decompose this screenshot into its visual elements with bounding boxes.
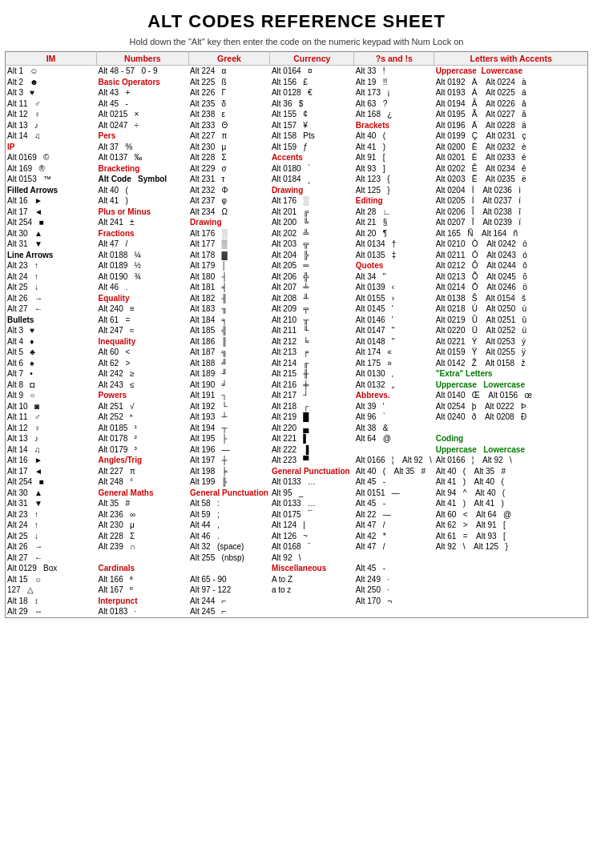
brk-alt40: Alt 40 ( <box>97 185 189 196</box>
basic-alt0215: Alt 0215 × <box>97 109 189 120</box>
acc-0213-0245: Alt 0213 Õ Alt 0245 õ <box>434 271 588 283</box>
qs-173: Alt 173 ¡ <box>354 87 434 98</box>
ang-alt248: Alt 248 ° <box>97 476 189 488</box>
la-alt27: Alt 27 ← <box>6 303 97 315</box>
fa-alt17: Alt 17 ◄ <box>6 207 97 218</box>
card-alt167: Alt 167 º <box>97 585 189 596</box>
brk-91: Alt 91 [ <box>354 152 434 163</box>
gp-alt44: Alt 44 , <box>188 520 270 531</box>
acc-0203-0235: Alt 0203 Ë Alt 0235 ë <box>434 174 588 185</box>
acc-0212-0244: Alt 0212 Ô Alt 0244 ô <box>434 260 588 271</box>
brk-125: Alt 125 } <box>354 185 434 196</box>
misc-alt249: Alt 249 · <box>354 574 434 585</box>
coding-alt0166-alt92: Alt 0166 ¦ Alt 92 \ <box>434 455 588 466</box>
cardinals-hdr: Cardinals <box>97 563 189 574</box>
draw2-alt195: Alt 195 ├ <box>188 433 270 444</box>
bul-alt12: Alt 12 ♀ <box>6 423 97 434</box>
misc-alt45-2: Alt 45 - <box>354 563 434 574</box>
edit-alt28: Alt 28 ∟ <box>354 207 434 218</box>
alt29: Alt 29 ↔ <box>6 606 97 617</box>
gp-alt97-122: Alt 97 - 122 <box>188 585 270 596</box>
edit-alt20: Alt 20 ¶ <box>354 228 434 239</box>
draw-alt176: Alt 176 ░ <box>270 195 354 207</box>
pers-hdr: Pers <box>97 131 189 142</box>
draw2-alt191: Alt 191 ┐ <box>188 390 270 401</box>
altcode-sym-hdr: Alt Code Symbol <box>97 174 189 185</box>
alt15: Alt 15 ☼ <box>6 574 97 585</box>
brk-alt41: Alt 41 ) <box>97 195 189 207</box>
qs-168: Alt 168 ¿ <box>354 109 434 120</box>
col5-header: ?s and !s <box>354 52 434 66</box>
acc-0200-0232: Alt 0200 È Alt 0232 è <box>434 142 588 153</box>
acc-0195-0227: Alt 0195 Ã Alt 0227 ã <box>434 109 588 120</box>
im-alt13: Alt 13 ♪ <box>6 120 97 131</box>
gm-alt230: Alt 230 μ <box>97 520 189 531</box>
edit-alt21: Alt 21 § <box>354 217 434 228</box>
ineq-alt60: Alt 60 < <box>97 347 189 358</box>
la2-alt26: Alt 26 → <box>6 541 97 553</box>
coding-alt62-alt91: Alt 62 > Alt 91 [ <box>434 520 588 531</box>
genmaths-hdr: General Maths <box>97 488 189 499</box>
cur-157: Alt 157 ¥ <box>270 120 354 131</box>
bul-alt11: Alt 11 ♂ <box>6 412 97 423</box>
bul-alt8: Alt 8 ◘ <box>6 380 97 391</box>
quotes-hdr: Quotes <box>354 260 434 271</box>
brk-123: Alt 123 { <box>354 174 434 185</box>
drawing-sec-hdr: Drawing <box>188 217 270 228</box>
acc-0207-0239: Alt 0207 Ï Alt 0239 ï <box>434 217 588 228</box>
misc-atoz: a to z <box>270 585 354 596</box>
cod-alt45-2: Alt 45 - <box>354 498 434 509</box>
acc-0211-0243: Alt 0211 Ó Alt 0243 ó <box>434 250 588 261</box>
acc-0210-0242: Alt 0210 Ò Alt 0242 ò <box>434 239 588 250</box>
drawing-hdr: Drawing <box>270 185 354 196</box>
draw2-alt180: Alt 180 ┤ <box>188 271 270 283</box>
gm-blank <box>97 553 189 564</box>
gp-alt65-90: Alt 65 - 90 <box>188 574 270 585</box>
draw-alt209: Alt 209 ╤ <box>270 303 354 315</box>
cod-alt47: Alt 47 / <box>354 520 434 531</box>
brk-93: Alt 93 ] <box>354 163 434 175</box>
la-alt25: Alt 25 ↓ <box>6 282 97 293</box>
greek-231: Alt 231 τ <box>188 174 270 185</box>
abbr-alt64: Alt 64 @ <box>354 433 434 444</box>
abbr-coding2 <box>354 444 434 456</box>
gm-alt239: Alt 239 ∩ <box>97 541 189 553</box>
draw-alt217: Alt 217 ┘ <box>270 390 354 401</box>
fa-alt16: Alt 16 ► <box>6 195 97 207</box>
quot-alt0147: Alt 0147 " <box>354 325 434 336</box>
cod-alt0151: Alt 0151 — <box>354 488 434 499</box>
draw2-alt194: Alt 194 ┬ <box>188 423 270 434</box>
quot-alt0139: Alt 0139 ‹ <box>354 282 434 293</box>
draw-alt200: Alt 200 ╚ <box>270 217 354 228</box>
gm-alt236: Alt 236 ∞ <box>97 509 189 520</box>
abbr-alt38: Alt 38 & <box>354 423 434 434</box>
pow-alt0185: Alt 0185 ¹ <box>97 423 189 434</box>
draw-alt221: Alt 221 ▌ <box>270 433 354 444</box>
draw2-alt177: Alt 177 ▒ <box>188 239 270 250</box>
eq-alt61: Alt 61 = <box>97 315 189 326</box>
extra-alt0254-alt0222: Alt 0254 þ Alt 0222 Þ <box>434 401 588 412</box>
acc-0205-0237: Alt 0205 Í Alt 0237 í <box>434 195 588 207</box>
quot-alt174: Alt 174 « <box>354 347 434 358</box>
abbrevs-hdr: Abbrevs. <box>354 390 434 401</box>
basic-alt43: Alt 43 + <box>97 87 189 98</box>
gp-alt244: Alt 244 ⌐ <box>188 596 270 607</box>
gp-alt95: Alt 95 _ <box>270 488 354 499</box>
extra-alt0140-alt0156: Alt 0140 Œ Alt 0156 œ <box>434 390 588 401</box>
coding-blank4 <box>434 574 588 585</box>
coding-blank6 <box>434 596 588 607</box>
im-alt14: Alt 14 ♫ <box>6 131 97 142</box>
draw2-alt176: Alt 176 ░ <box>188 228 270 239</box>
acc-0218-0250: Alt 0218 Ú Alt 0250 ú <box>434 303 588 315</box>
eq-alt247: Alt 247 ≈ <box>97 325 189 336</box>
num-range: Alt 48 - 57 0 - 9 <box>97 66 189 77</box>
ip-hdr: IP <box>6 142 97 153</box>
pers-alt0137: Alt 0137 ‰ <box>97 152 189 163</box>
ineq-alt62: Alt 62 > <box>97 358 189 369</box>
draw-alt219: Alt 219 █ <box>270 412 354 423</box>
fa-alt31: Alt 31 ▼ <box>6 239 97 250</box>
pow-alt251: Alt 251 √ <box>97 401 189 412</box>
cur-155: Alt 155 ¢ <box>270 109 354 120</box>
qs-63: Alt 63 ? <box>354 98 434 110</box>
coding-alt41-alt40: Alt 41 ) Alt 40 ( <box>434 476 588 488</box>
